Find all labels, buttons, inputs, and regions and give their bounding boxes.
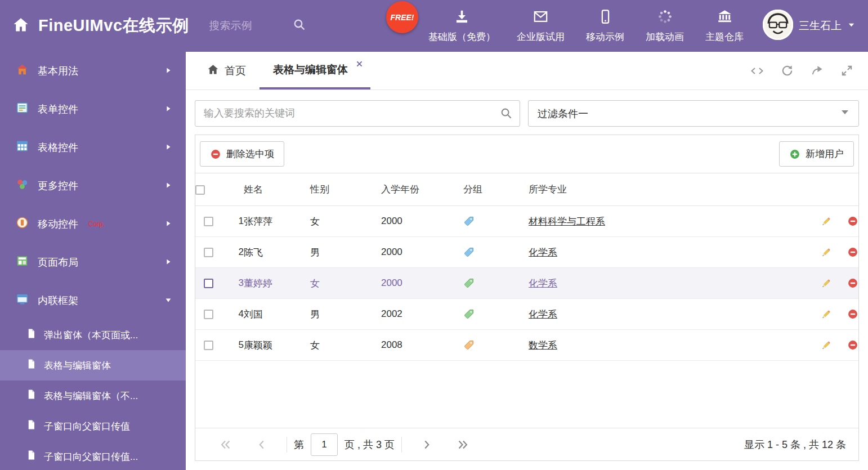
sidebar-subitem-popup-window[interactable]: 弹出窗体（本页面或... xyxy=(0,320,186,350)
nav-item-enterprise-trial[interactable]: 企业版试用 xyxy=(517,9,565,43)
select-all-checkbox[interactable] xyxy=(195,185,205,195)
sidebar-subitem-grid-edit-window[interactable]: 表格与编辑窗体 xyxy=(0,350,186,381)
cell-gender: 男 xyxy=(310,299,381,330)
sidebar-item-inline-frame[interactable]: 内联框架 xyxy=(0,281,186,320)
user-name: 三生石上 xyxy=(799,19,842,33)
major-link[interactable]: 化学系 xyxy=(529,278,557,289)
row-checkbox[interactable] xyxy=(204,217,213,226)
column-header-group[interactable]: 分组 xyxy=(463,173,529,206)
nav-item-loading-animation[interactable]: 加载动画 xyxy=(646,9,684,43)
delete-icon[interactable] xyxy=(847,308,858,320)
last-page-icon[interactable] xyxy=(445,438,481,451)
chevron-right-icon xyxy=(164,218,172,230)
chevron-right-icon xyxy=(164,180,172,192)
table-row[interactable]: 2 陈飞 男 2000 化学系 xyxy=(195,237,858,268)
tab-grid-edit-window[interactable]: 表格与编辑窗体 xyxy=(259,52,370,89)
nav-item-basic-edition[interactable]: 基础版（免费） xyxy=(428,9,495,43)
top-search xyxy=(208,18,306,34)
page-prefix-label: 第 xyxy=(294,438,304,451)
cell-gender: 男 xyxy=(310,237,381,268)
delete-icon[interactable] xyxy=(847,339,858,351)
sidebar-item-more-controls[interactable]: 更多控件 xyxy=(0,167,186,205)
delete-icon[interactable] xyxy=(847,247,858,258)
row-index: 3 xyxy=(221,268,244,299)
delete-selected-button[interactable]: 删除选中项 xyxy=(200,141,284,167)
row-checkbox[interactable] xyxy=(204,248,213,257)
close-icon[interactable] xyxy=(356,57,363,70)
app-window: FineUIMvc在线示例 FREE! 基础版（免费） 企业版试用 xyxy=(0,0,868,470)
row-checkbox[interactable] xyxy=(204,341,213,350)
major-link[interactable]: 化学系 xyxy=(529,247,557,258)
open-new-window-icon[interactable] xyxy=(811,64,824,77)
sidebar-item-grid-controls[interactable]: 表格控件 xyxy=(0,128,186,167)
edit-icon[interactable] xyxy=(821,216,832,227)
edit-icon[interactable] xyxy=(821,277,832,289)
row-index: 5 xyxy=(221,330,244,361)
envelope-icon xyxy=(533,9,548,26)
file-icon xyxy=(26,359,37,372)
search-icon[interactable] xyxy=(500,107,513,122)
next-page-icon[interactable] xyxy=(409,438,445,451)
cell-gender: 女 xyxy=(310,330,381,361)
plus-circle-icon xyxy=(789,149,800,160)
column-header-major[interactable]: 所学专业 xyxy=(529,173,784,206)
major-link[interactable]: 材料科学与工程系 xyxy=(529,216,605,227)
tag-icon xyxy=(463,277,475,289)
file-icon xyxy=(26,419,37,433)
top-search-input[interactable] xyxy=(208,19,293,33)
bank-icon xyxy=(717,9,732,26)
layout-icon xyxy=(16,254,29,270)
mobile-icon xyxy=(598,9,613,26)
brand[interactable]: FineUIMvc在线示例 xyxy=(12,15,189,37)
table-icon xyxy=(16,140,29,155)
nav-item-mobile-demo[interactable]: 移动示例 xyxy=(586,9,624,43)
tab-bar: 首页 表格与编辑窗体 xyxy=(186,52,868,90)
prev-page-icon[interactable] xyxy=(244,438,280,451)
delete-icon[interactable] xyxy=(847,277,858,289)
table-row[interactable]: 3 董婷婷 女 2000 化学系 xyxy=(195,268,858,299)
sidebar-item-mobile-controls[interactable]: 移动控件 Corp. xyxy=(0,205,186,243)
fullscreen-icon[interactable] xyxy=(840,64,853,77)
sidebar-item-page-layout[interactable]: 页面布局 xyxy=(0,243,186,281)
major-link[interactable]: 化学系 xyxy=(529,309,557,320)
sidebar-subitem-child-to-parent[interactable]: 子窗口向父窗口传值 xyxy=(0,411,186,441)
cell-year: 2002 xyxy=(381,299,463,330)
free-badge: FREE! xyxy=(386,1,418,33)
refresh-icon[interactable] xyxy=(781,64,794,77)
first-page-icon[interactable] xyxy=(208,438,244,451)
add-user-button[interactable]: 新增用户 xyxy=(779,141,854,167)
edit-icon[interactable] xyxy=(821,308,832,320)
edit-icon[interactable] xyxy=(821,247,832,258)
table-row[interactable]: 4 刘国 男 2002 化学系 xyxy=(195,299,858,330)
delete-icon[interactable] xyxy=(847,216,858,227)
nav-item-theme-repository[interactable]: 主题仓库 xyxy=(705,9,744,43)
grid-panel: 删除选中项 新增用户 xyxy=(195,135,859,461)
user-menu[interactable]: 三生石上 xyxy=(763,10,856,42)
mobile-control-icon xyxy=(16,216,29,232)
row-checkbox[interactable] xyxy=(204,310,213,319)
tab-home[interactable]: 首页 xyxy=(194,52,259,89)
table-row[interactable]: 1 张萍萍 女 2000 材料科学与工程系 xyxy=(195,206,858,237)
sidebar-item-basic-usage[interactable]: 基本用法 xyxy=(0,52,186,90)
column-header-name[interactable]: 姓名 xyxy=(244,173,310,206)
source-code-icon[interactable] xyxy=(750,64,764,78)
column-header-year[interactable]: 入学年份 xyxy=(381,173,463,206)
search-icon[interactable] xyxy=(293,18,306,34)
page-number-input[interactable] xyxy=(311,433,338,456)
filter-dropdown[interactable]: 过滤条件一 xyxy=(528,100,859,127)
iframe-icon xyxy=(16,293,29,308)
major-link[interactable]: 数学系 xyxy=(529,340,557,351)
keyword-search-input[interactable] xyxy=(195,100,520,127)
edit-icon[interactable] xyxy=(821,339,832,351)
top-nav: 基础版（免费） 企业版试用 移动示例 加载动画 xyxy=(428,9,744,43)
sidebar-subitem-child-to-parent-2[interactable]: 子窗口向父窗口传值... xyxy=(0,441,186,470)
cell-name: 陈飞 xyxy=(244,237,310,268)
download-icon xyxy=(454,9,469,26)
row-checkbox[interactable] xyxy=(204,279,213,288)
sidebar-item-form-controls[interactable]: 表单控件 xyxy=(0,90,186,128)
table-row[interactable]: 5 康颖颖 女 2008 数学系 xyxy=(195,330,858,361)
sidebar-subitem-grid-edit-window-2[interactable]: 表格与编辑窗体（不... xyxy=(0,381,186,411)
column-header-gender[interactable]: 性别 xyxy=(310,173,381,206)
house-icon xyxy=(16,63,29,79)
divider xyxy=(287,437,287,453)
